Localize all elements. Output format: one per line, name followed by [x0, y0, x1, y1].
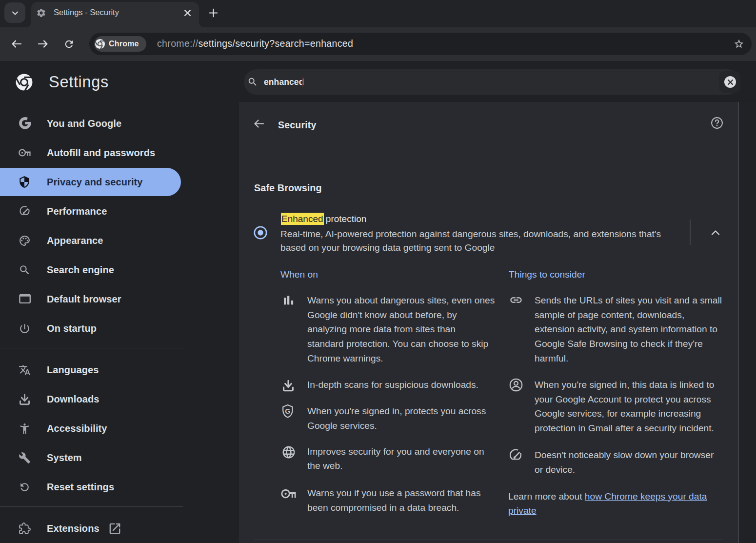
svg-text:G: G: [285, 407, 290, 415]
